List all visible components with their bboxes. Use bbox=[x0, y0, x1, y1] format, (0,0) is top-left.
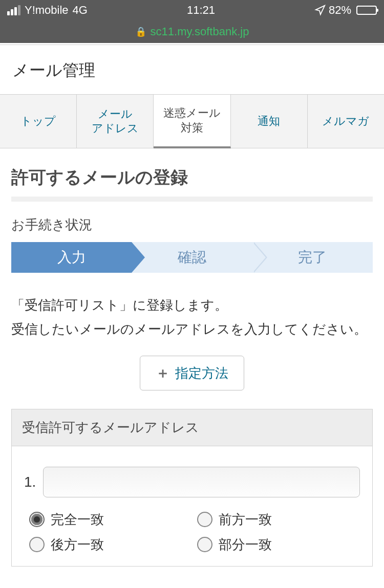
battery-icon bbox=[356, 6, 377, 15]
radio-icon bbox=[197, 537, 212, 552]
radio-icon bbox=[29, 537, 45, 552]
status-left: Y!mobile 4G bbox=[7, 4, 88, 17]
radio-label: 部分一致 bbox=[219, 536, 272, 554]
location-icon bbox=[314, 5, 326, 16]
status-time: 11:21 bbox=[187, 4, 215, 17]
radio-label: 完全一致 bbox=[51, 511, 104, 529]
panel-heading: 受信許可するメールアドレス bbox=[12, 409, 372, 446]
radio-backward-match[interactable]: 後方一致 bbox=[29, 536, 192, 554]
status-right: 82% bbox=[314, 4, 377, 17]
method-button-label: 指定方法 bbox=[175, 365, 228, 381]
specify-method-button[interactable]: ＋指定方法 bbox=[140, 356, 244, 390]
row-number: 1. bbox=[24, 474, 36, 490]
procedure-label: お手続き状況 bbox=[0, 212, 384, 239]
radio-icon bbox=[197, 512, 212, 527]
radio-icon bbox=[29, 512, 45, 527]
allowed-address-panel: 受信許可するメールアドレス 1. 完全一致 前方一致 後方一致 部分一致 bbox=[11, 409, 373, 567]
address-row-1: 1. bbox=[24, 467, 360, 497]
plus-icon: ＋ bbox=[156, 365, 170, 381]
progress-steps: 入力 確認 完了 bbox=[11, 242, 373, 273]
browser-url-bar[interactable]: 🔒 sc11.my.softbank.jp bbox=[0, 20, 384, 43]
lock-icon: 🔒 bbox=[135, 26, 146, 37]
tab-notification[interactable]: 通知 bbox=[231, 95, 308, 148]
match-type-group: 完全一致 前方一致 後方一致 部分一致 bbox=[24, 511, 360, 554]
description-text: 「受信許可リスト」に登録します。 受信したいメールのメールアドレスを入力してくだ… bbox=[0, 287, 384, 356]
step-done: 完了 bbox=[252, 242, 373, 273]
tab-spam-filter[interactable]: 迷惑メール 対策 bbox=[154, 95, 230, 148]
section-divider bbox=[11, 197, 373, 202]
radio-label: 後方一致 bbox=[51, 536, 104, 554]
carrier-label: Y!mobile bbox=[25, 4, 69, 17]
page-title: メール管理 bbox=[0, 45, 384, 94]
ios-status-bar: Y!mobile 4G 11:21 82% bbox=[0, 0, 384, 20]
battery-percent: 82% bbox=[329, 4, 351, 17]
section-title: 許可するメールの登録 bbox=[0, 148, 384, 197]
email-input-1[interactable] bbox=[43, 467, 360, 497]
radio-label: 前方一致 bbox=[219, 511, 272, 529]
tab-newsletter[interactable]: メルマガ bbox=[308, 95, 384, 148]
url-text: sc11.my.softbank.jp bbox=[151, 25, 249, 38]
tab-bar: トップ メール アドレス 迷惑メール 対策 通知 メルマガ bbox=[0, 94, 384, 148]
radio-partial-match[interactable]: 部分一致 bbox=[197, 536, 360, 554]
tab-top[interactable]: トップ bbox=[0, 95, 77, 148]
tab-mail-address[interactable]: メール アドレス bbox=[77, 95, 154, 148]
step-input: 入力 bbox=[11, 242, 132, 273]
signal-icon bbox=[7, 5, 20, 15]
step-confirm: 確認 bbox=[132, 242, 252, 273]
radio-forward-match[interactable]: 前方一致 bbox=[197, 511, 360, 529]
network-label: 4G bbox=[73, 4, 88, 17]
radio-exact-match[interactable]: 完全一致 bbox=[29, 511, 192, 529]
